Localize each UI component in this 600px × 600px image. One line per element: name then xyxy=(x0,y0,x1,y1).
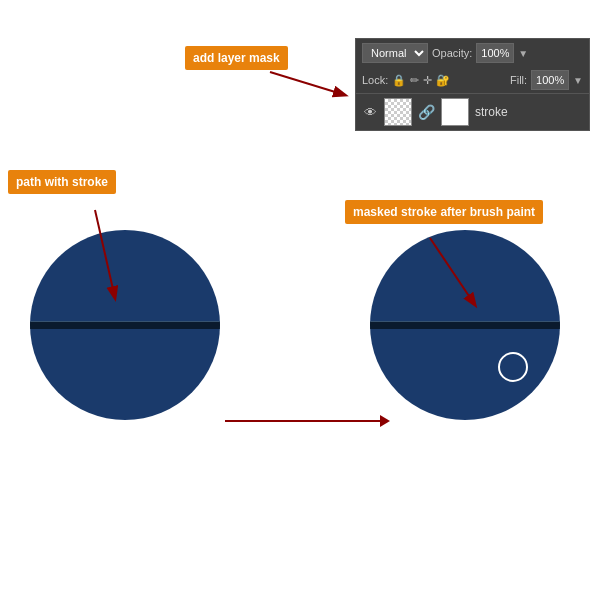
right-circle xyxy=(370,230,560,420)
opacity-label: Opacity: xyxy=(432,47,472,59)
left-stroke-highlight xyxy=(30,321,220,322)
right-stroke-highlight xyxy=(370,321,560,322)
left-circle-container xyxy=(30,230,220,420)
blend-opacity-row: Normal Opacity: ▼ xyxy=(356,39,589,67)
opacity-input[interactable] xyxy=(476,43,514,63)
layers-panel: Normal Opacity: ▼ Lock: 🔒 ✏ ✛ 🔐 Fill: ▼ … xyxy=(355,38,590,131)
add-layer-mask-tooltip: add layer mask xyxy=(185,46,288,70)
left-circle xyxy=(30,230,220,420)
fill-input[interactable] xyxy=(531,70,569,90)
right-circle-container xyxy=(370,230,560,420)
chain-icon-container: 🔗 xyxy=(418,104,435,120)
path-with-stroke-tooltip: path with stroke xyxy=(8,170,116,194)
add-mask-arrow xyxy=(270,72,345,95)
lock-fill-row: Lock: 🔒 ✏ ✛ 🔐 Fill: ▼ xyxy=(356,67,589,93)
layer-mask-thumb xyxy=(441,98,469,126)
fill-label: Fill: xyxy=(510,74,527,86)
chain-icon: 🔗 xyxy=(418,104,435,120)
layer-name-label: stroke xyxy=(475,105,508,119)
horizontal-arrow xyxy=(225,415,390,427)
blend-mode-select[interactable]: Normal xyxy=(362,43,428,63)
left-stroke-line xyxy=(30,321,220,329)
masked-stroke-tooltip: masked stroke after brush paint xyxy=(345,200,543,224)
horizontal-arrowhead xyxy=(380,415,390,427)
layer-row[interactable]: 👁 🔗 stroke xyxy=(356,93,589,130)
horizontal-arrow-line xyxy=(225,420,380,422)
layer-thumb-checker xyxy=(384,98,412,126)
right-stroke-line xyxy=(370,321,560,329)
brush-circle-indicator xyxy=(498,352,528,382)
lock-label: Lock: xyxy=(362,74,388,86)
visibility-icon[interactable]: 👁 xyxy=(362,105,378,119)
